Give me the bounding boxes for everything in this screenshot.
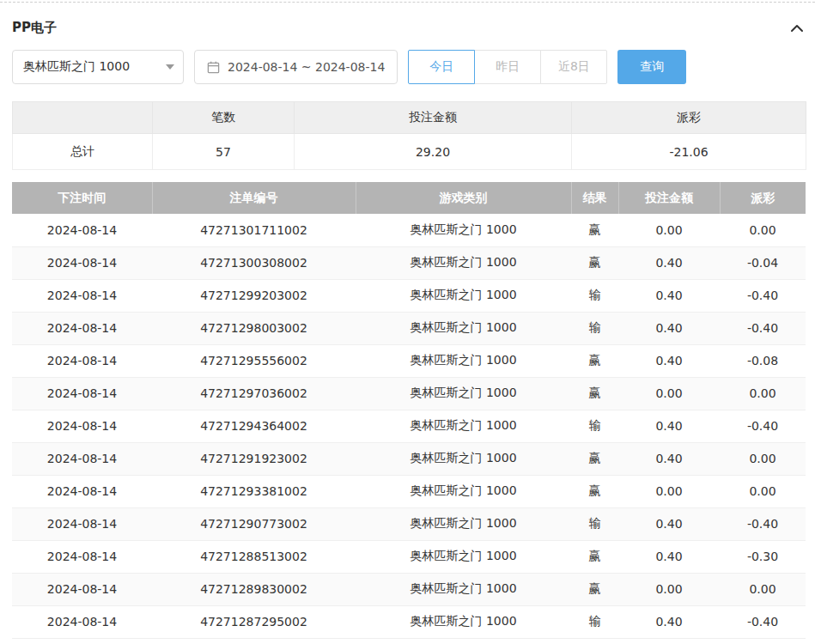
result-cell: 输 (571, 312, 618, 344)
table-row: 2024-08-1447271297036002奥林匹斯之门 1000赢0.00… (12, 377, 806, 410)
result-cell: 赢 (571, 442, 618, 475)
order-id-cell: 47271294364002 (152, 410, 356, 442)
bet-time-cell: 2024-08-14 (12, 377, 152, 410)
table-row: 2024-08-1447271289830002奥林匹斯之门 1000赢0.00… (12, 573, 806, 605)
game-category-cell: 奥林匹斯之门 1000 (356, 344, 571, 377)
chevron-down-icon (166, 64, 174, 70)
quick-range-today[interactable]: 今日 (408, 50, 475, 84)
bet-time-cell: 2024-08-14 (12, 246, 152, 279)
calendar-icon (207, 61, 220, 74)
table-row: 2024-08-1447271301711002奥林匹斯之门 1000赢0.00… (12, 214, 806, 246)
filter-bar: 奥林匹斯之门 1000 2024-08-14 ~ 2024-08-14 今日 昨… (12, 50, 806, 84)
order-id-cell: 47271291923002 (152, 442, 356, 475)
records-table: 下注时间 注单编号 游戏类别 结果 投注金额 派彩 2024-08-144727… (12, 182, 806, 639)
result-cell: 输 (571, 605, 618, 638)
summary-table: 笔数 投注金额 派彩 总计 57 29.20 -21.06 (12, 101, 806, 170)
bet-amount-cell: 0.00 (618, 377, 720, 410)
order-id-cell: 47271301711002 (152, 214, 356, 246)
order-id-cell: 47271288513002 (152, 540, 356, 573)
records-header-row: 下注时间 注单编号 游戏类别 结果 投注金额 派彩 (12, 182, 806, 214)
game-category-cell: 奥林匹斯之门 1000 (356, 279, 571, 312)
result-cell: 赢 (571, 475, 618, 507)
query-button[interactable]: 查询 (617, 50, 686, 84)
game-category-cell: 奥林匹斯之门 1000 (356, 540, 571, 573)
game-category-cell: 奥林匹斯之门 1000 (356, 312, 571, 344)
bet-time-cell: 2024-08-14 (12, 475, 152, 507)
bet-amount-cell: 0.40 (618, 279, 720, 312)
header-payout: 派彩 (720, 182, 806, 214)
bet-time-cell: 2024-08-14 (12, 344, 152, 377)
section-header: PP电子 (12, 3, 806, 50)
result-cell: 输 (571, 279, 618, 312)
bet-amount-cell: 0.00 (618, 573, 720, 605)
game-category-cell: 奥林匹斯之门 1000 (356, 246, 571, 279)
summary-header-payout: 派彩 (572, 102, 806, 134)
table-row: 2024-08-1447271294364002奥林匹斯之门 1000输0.40… (12, 410, 806, 442)
bet-amount-cell: 0.40 (618, 246, 720, 279)
payout-cell: 0.00 (720, 475, 806, 507)
payout-cell: -0.08 (720, 344, 806, 377)
result-cell: 输 (571, 507, 618, 540)
quick-range-last8days[interactable]: 近8日 (540, 50, 607, 84)
summary-total-row: 总计 57 29.20 -21.06 (13, 134, 806, 170)
bet-time-cell: 2024-08-14 (12, 279, 152, 312)
bet-time-cell: 2024-08-14 (12, 312, 152, 344)
game-category-cell: 奥林匹斯之门 1000 (356, 573, 571, 605)
bet-amount-cell: 0.40 (618, 605, 720, 638)
bet-time-cell: 2024-08-14 (12, 605, 152, 638)
bet-amount-cell: 0.40 (618, 507, 720, 540)
quick-range-yesterday[interactable]: 昨日 (474, 50, 541, 84)
order-id-cell: 47271289830002 (152, 573, 356, 605)
header-game-category: 游戏类别 (356, 182, 571, 214)
table-row: 2024-08-1447271293381002奥林匹斯之门 1000赢0.00… (12, 475, 806, 507)
bet-amount-cell: 0.40 (618, 540, 720, 573)
order-id-cell: 47271299203002 (152, 279, 356, 312)
payout-cell: -0.40 (720, 312, 806, 344)
date-range-value: 2024-08-14 ~ 2024-08-14 (228, 60, 385, 74)
bet-amount-cell: 0.40 (618, 312, 720, 344)
game-category-cell: 奥林匹斯之门 1000 (356, 214, 571, 246)
bet-amount-cell: 0.40 (618, 442, 720, 475)
table-row: 2024-08-1447271299203002奥林匹斯之门 1000输0.40… (12, 279, 806, 312)
summary-header-bet-amount: 投注金额 (295, 102, 572, 134)
bet-time-cell: 2024-08-14 (12, 442, 152, 475)
game-category-cell: 奥林匹斯之门 1000 (356, 605, 571, 638)
payout-cell: -0.40 (720, 605, 806, 638)
result-cell: 赢 (571, 377, 618, 410)
payout-cell: 0.00 (720, 377, 806, 410)
payout-cell: -0.30 (720, 540, 806, 573)
summary-header-blank (13, 102, 153, 134)
quick-range-group: 今日 昨日 近8日 (408, 50, 607, 84)
chevron-up-icon (790, 22, 804, 35)
table-row: 2024-08-1447271291923002奥林匹斯之门 1000赢0.40… (12, 442, 806, 475)
bet-amount-cell: 0.00 (618, 475, 720, 507)
order-id-cell: 47271295556002 (152, 344, 356, 377)
result-cell: 赢 (571, 344, 618, 377)
summary-count: 57 (153, 134, 295, 170)
result-cell: 输 (571, 410, 618, 442)
order-id-cell: 47271293381002 (152, 475, 356, 507)
result-cell: 赢 (571, 540, 618, 573)
game-select[interactable]: 奥林匹斯之门 1000 (12, 50, 184, 84)
date-range-picker[interactable]: 2024-08-14 ~ 2024-08-14 (194, 50, 398, 84)
section-title: PP电子 (12, 20, 57, 36)
bet-amount-cell: 0.40 (618, 410, 720, 442)
game-category-cell: 奥林匹斯之门 1000 (356, 507, 571, 540)
bet-time-cell: 2024-08-14 (12, 540, 152, 573)
order-id-cell: 47271290773002 (152, 507, 356, 540)
header-bet-amount: 投注金额 (618, 182, 720, 214)
payout-cell: -0.40 (720, 279, 806, 312)
records-tbody: 2024-08-1447271301711002奥林匹斯之门 1000赢0.00… (12, 214, 806, 638)
bet-amount-cell: 0.40 (618, 344, 720, 377)
collapse-button[interactable] (788, 22, 806, 34)
game-category-cell: 奥林匹斯之门 1000 (356, 475, 571, 507)
header-result: 结果 (571, 182, 618, 214)
table-row: 2024-08-1447271298003002奥林匹斯之门 1000输0.40… (12, 312, 806, 344)
payout-cell: 0.00 (720, 214, 806, 246)
table-row: 2024-08-1447271290773002奥林匹斯之门 1000输0.40… (12, 507, 806, 540)
header-order-id: 注单编号 (152, 182, 356, 214)
result-cell: 赢 (571, 246, 618, 279)
table-row: 2024-08-1447271288513002奥林匹斯之门 1000赢0.40… (12, 540, 806, 573)
table-row: 2024-08-1447271295556002奥林匹斯之门 1000赢0.40… (12, 344, 806, 377)
payout-cell: -0.04 (720, 246, 806, 279)
